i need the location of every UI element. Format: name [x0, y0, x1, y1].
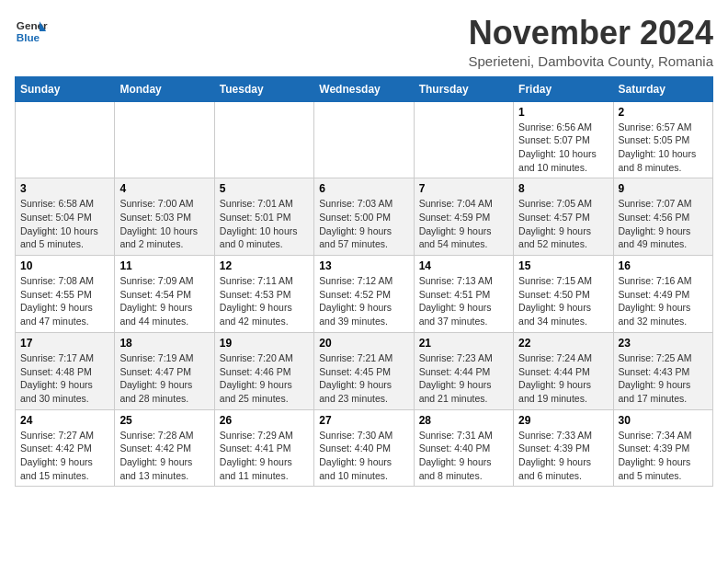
day-number: 12 [220, 259, 309, 272]
day-cell [115, 101, 214, 178]
month-title: November 2024 [468, 15, 713, 52]
day-number: 6 [319, 182, 408, 195]
day-number: 13 [319, 259, 408, 272]
day-number: 27 [319, 414, 408, 427]
day-number: 29 [518, 414, 608, 427]
day-cell: 14Sunrise: 7:13 AM Sunset: 4:51 PM Dayli… [414, 256, 513, 333]
day-number: 4 [119, 182, 209, 195]
day-info: Sunrise: 7:27 AM Sunset: 4:42 PM Dayligh… [20, 429, 109, 483]
day-cell: 13Sunrise: 7:12 AM Sunset: 4:52 PM Dayli… [314, 256, 414, 333]
day-number: 16 [619, 259, 708, 272]
day-number: 25 [119, 414, 209, 427]
day-info: Sunrise: 7:34 AM Sunset: 4:39 PM Dayligh… [619, 429, 708, 483]
day-info: Sunrise: 6:57 AM Sunset: 5:05 PM Dayligh… [619, 121, 708, 175]
day-info: Sunrise: 7:17 AM Sunset: 4:48 PM Dayligh… [20, 351, 109, 406]
day-info: Sunrise: 7:25 AM Sunset: 4:43 PM Dayligh… [619, 351, 708, 406]
day-cell: 3Sunrise: 6:58 AM Sunset: 5:04 PM Daylig… [16, 178, 115, 256]
weekday-header-thursday: Thursday [414, 76, 513, 101]
day-info: Sunrise: 7:01 AM Sunset: 5:01 PM Dayligh… [220, 197, 309, 251]
weekday-header-sunday: Sunday [16, 76, 115, 101]
day-info: Sunrise: 7:30 AM Sunset: 4:40 PM Dayligh… [319, 429, 408, 483]
day-number: 18 [119, 337, 209, 350]
day-cell [314, 101, 414, 178]
weekday-header-row: SundayMondayTuesdayWednesdayThursdayFrid… [16, 76, 713, 101]
day-info: Sunrise: 7:33 AM Sunset: 4:39 PM Dayligh… [518, 429, 608, 483]
day-cell: 21Sunrise: 7:23 AM Sunset: 4:44 PM Dayli… [414, 332, 513, 409]
day-cell: 5Sunrise: 7:01 AM Sunset: 5:01 PM Daylig… [214, 178, 313, 256]
day-cell: 26Sunrise: 7:29 AM Sunset: 4:41 PM Dayli… [214, 409, 313, 487]
day-info: Sunrise: 7:12 AM Sunset: 4:52 PM Dayligh… [319, 274, 408, 328]
day-info: Sunrise: 7:07 AM Sunset: 4:56 PM Dayligh… [619, 197, 708, 251]
day-info: Sunrise: 7:08 AM Sunset: 4:55 PM Dayligh… [20, 274, 109, 328]
day-cell: 25Sunrise: 7:28 AM Sunset: 4:42 PM Dayli… [115, 409, 214, 487]
day-info: Sunrise: 7:16 AM Sunset: 4:49 PM Dayligh… [619, 274, 708, 328]
day-number: 14 [419, 259, 508, 272]
day-info: Sunrise: 7:23 AM Sunset: 4:44 PM Dayligh… [419, 351, 508, 406]
day-cell: 12Sunrise: 7:11 AM Sunset: 4:53 PM Dayli… [214, 256, 313, 333]
day-info: Sunrise: 6:58 AM Sunset: 5:04 PM Dayligh… [20, 197, 109, 251]
day-cell: 28Sunrise: 7:31 AM Sunset: 4:40 PM Dayli… [414, 409, 513, 487]
day-info: Sunrise: 7:20 AM Sunset: 4:46 PM Dayligh… [220, 351, 309, 406]
day-number: 8 [518, 182, 608, 195]
weekday-header-friday: Friday [514, 76, 613, 101]
day-number: 2 [619, 106, 708, 119]
day-cell [16, 101, 115, 178]
day-info: Sunrise: 7:19 AM Sunset: 4:47 PM Dayligh… [119, 351, 209, 406]
day-number: 22 [518, 337, 608, 350]
svg-text:Blue: Blue [17, 31, 40, 43]
day-cell: 11Sunrise: 7:09 AM Sunset: 4:54 PM Dayli… [115, 256, 214, 333]
day-cell: 29Sunrise: 7:33 AM Sunset: 4:39 PM Dayli… [514, 409, 613, 487]
day-info: Sunrise: 7:00 AM Sunset: 5:03 PM Dayligh… [119, 197, 209, 251]
day-number: 19 [220, 337, 309, 350]
day-number: 20 [319, 337, 408, 350]
title-block: November 2024 Sperieteni, Dambovita Coun… [468, 15, 713, 69]
day-info: Sunrise: 7:11 AM Sunset: 4:53 PM Dayligh… [220, 274, 309, 328]
day-number: 23 [619, 337, 708, 350]
day-info: Sunrise: 7:03 AM Sunset: 5:00 PM Dayligh… [319, 197, 408, 251]
day-info: Sunrise: 7:05 AM Sunset: 4:57 PM Dayligh… [518, 197, 608, 251]
day-cell: 30Sunrise: 7:34 AM Sunset: 4:39 PM Dayli… [613, 409, 712, 487]
day-info: Sunrise: 7:09 AM Sunset: 4:54 PM Dayligh… [119, 274, 209, 328]
day-info: Sunrise: 7:21 AM Sunset: 4:45 PM Dayligh… [319, 351, 408, 406]
day-info: Sunrise: 7:04 AM Sunset: 4:59 PM Dayligh… [419, 197, 508, 251]
day-info: Sunrise: 6:56 AM Sunset: 5:07 PM Dayligh… [518, 121, 608, 175]
day-number: 11 [119, 259, 209, 272]
day-number: 7 [419, 182, 508, 195]
day-cell: 17Sunrise: 7:17 AM Sunset: 4:48 PM Dayli… [16, 332, 115, 409]
day-info: Sunrise: 7:13 AM Sunset: 4:51 PM Dayligh… [419, 274, 508, 328]
day-number: 15 [518, 259, 608, 272]
day-number: 3 [20, 182, 109, 195]
week-row-4: 17Sunrise: 7:17 AM Sunset: 4:48 PM Dayli… [16, 332, 713, 409]
day-info: Sunrise: 7:24 AM Sunset: 4:44 PM Dayligh… [518, 351, 608, 406]
weekday-header-saturday: Saturday [613, 76, 712, 101]
day-number: 5 [220, 182, 309, 195]
day-cell: 24Sunrise: 7:27 AM Sunset: 4:42 PM Dayli… [16, 409, 115, 487]
day-number: 21 [419, 337, 508, 350]
day-info: Sunrise: 7:28 AM Sunset: 4:42 PM Dayligh… [119, 429, 209, 483]
day-number: 26 [220, 414, 309, 427]
day-cell: 8Sunrise: 7:05 AM Sunset: 4:57 PM Daylig… [514, 178, 613, 256]
day-number: 28 [419, 414, 508, 427]
day-cell: 20Sunrise: 7:21 AM Sunset: 4:45 PM Dayli… [314, 332, 414, 409]
week-row-5: 24Sunrise: 7:27 AM Sunset: 4:42 PM Dayli… [16, 409, 713, 487]
weekday-header-monday: Monday [115, 76, 214, 101]
day-info: Sunrise: 7:31 AM Sunset: 4:40 PM Dayligh… [419, 429, 508, 483]
day-cell: 6Sunrise: 7:03 AM Sunset: 5:00 PM Daylig… [314, 178, 414, 256]
logo-icon: General Blue [15, 15, 48, 48]
day-cell: 18Sunrise: 7:19 AM Sunset: 4:47 PM Dayli… [115, 332, 214, 409]
day-cell: 2Sunrise: 6:57 AM Sunset: 5:05 PM Daylig… [613, 101, 712, 178]
day-number: 24 [20, 414, 109, 427]
day-cell: 1Sunrise: 6:56 AM Sunset: 5:07 PM Daylig… [514, 101, 613, 178]
day-cell [214, 101, 313, 178]
day-info: Sunrise: 7:29 AM Sunset: 4:41 PM Dayligh… [220, 429, 309, 483]
logo: General Blue [15, 15, 48, 48]
day-number: 17 [20, 337, 109, 350]
day-number: 30 [619, 414, 708, 427]
day-cell [414, 101, 513, 178]
week-row-1: 1Sunrise: 6:56 AM Sunset: 5:07 PM Daylig… [16, 101, 713, 178]
day-cell: 10Sunrise: 7:08 AM Sunset: 4:55 PM Dayli… [16, 256, 115, 333]
day-number: 10 [20, 259, 109, 272]
day-cell: 4Sunrise: 7:00 AM Sunset: 5:03 PM Daylig… [115, 178, 214, 256]
day-cell: 7Sunrise: 7:04 AM Sunset: 4:59 PM Daylig… [414, 178, 513, 256]
weekday-header-tuesday: Tuesday [214, 76, 313, 101]
